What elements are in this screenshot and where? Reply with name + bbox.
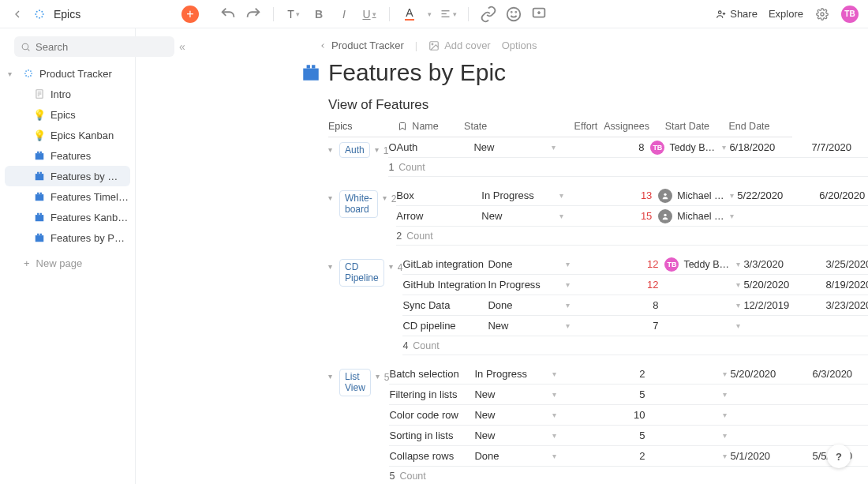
chevron-down-icon[interactable]: ▾ <box>722 143 726 152</box>
chevron-down-icon[interactable]: ▾ <box>552 143 556 152</box>
options-button[interactable]: Options <box>502 39 537 51</box>
table-row[interactable]: Color code rowNew▾10▾ <box>389 405 868 426</box>
view-title[interactable]: View of Features <box>136 97 868 113</box>
col-header-assignees[interactable]: Assignees <box>597 121 665 132</box>
settings-button[interactable] <box>814 6 830 22</box>
col-header-state[interactable]: State <box>464 121 574 132</box>
cell-effort[interactable]: 10 <box>616 409 645 421</box>
cell-start-date[interactable]: 12/2/2019 <box>743 299 825 311</box>
table-row[interactable]: OAuthNew▾8TBTeddy Bear▾6/18/20207/7/2020 <box>388 137 868 158</box>
table-row[interactable]: GitLab integrationDone▾12TBTeddy Bear▾3/… <box>402 254 868 275</box>
col-header-end[interactable]: End Date <box>728 121 792 132</box>
redo-button[interactable] <box>245 6 262 23</box>
chevron-down-icon[interactable]: ▾ <box>552 452 556 460</box>
group-collapse-toggle[interactable]: ▾ <box>328 142 336 154</box>
sidebar-item[interactable]: Features by People <box>0 227 135 248</box>
chevron-down-icon[interactable]: ▾ <box>552 411 556 419</box>
chevron-down-icon[interactable]: ▾ <box>723 452 727 460</box>
cell-name[interactable]: Arrow <box>396 210 481 222</box>
cell-effort[interactable]: 12 <box>630 279 658 291</box>
cell-effort[interactable]: 8 <box>615 141 644 153</box>
add-cover-button[interactable]: Add cover <box>428 39 491 51</box>
chevron-down-icon[interactable]: ▾ <box>723 390 727 399</box>
sidebar-item[interactable]: Features Timeline <box>0 186 135 207</box>
chevron-down-icon[interactable]: ▾ <box>730 212 734 220</box>
group-chip[interactable]: ListView <box>339 369 371 396</box>
table-row[interactable]: Sync DataDone▾8▾12/2/20193/23/2020 <box>402 295 868 316</box>
cell-assignees[interactable]: Michael Du…▾ <box>652 189 737 203</box>
cell-state[interactable]: New▾ <box>481 210 623 222</box>
cell-assignees[interactable]: ▾ <box>645 411 730 419</box>
cell-end-date[interactable]: 6/20/2020 <box>819 189 868 201</box>
cell-name[interactable]: Batch selection <box>389 368 474 380</box>
cell-name[interactable]: GitLab integration <box>402 258 488 270</box>
group-collapse-toggle[interactable]: ▾ <box>328 369 336 381</box>
cell-name[interactable]: Box <box>396 189 481 201</box>
cell-assignees[interactable]: ▾ <box>658 280 743 289</box>
cell-name[interactable]: Sync Data <box>402 299 488 311</box>
cell-effort[interactable]: 2 <box>616 368 645 380</box>
cell-end-date[interactable]: 3/25/2020 <box>825 258 868 270</box>
cell-assignees[interactable]: ▾ <box>645 452 730 460</box>
chevron-down-icon[interactable]: ▾ <box>559 191 563 200</box>
chevron-down-icon[interactable]: ▾ <box>552 431 556 440</box>
cell-assignees[interactable]: TBTeddy Bear▾ <box>658 257 743 272</box>
cell-state[interactable]: New▾ <box>474 388 616 400</box>
page-title[interactable]: Features by Epic <box>328 59 506 86</box>
sidebar-item[interactable]: Features Kanban <box>0 207 135 227</box>
chevron-down-icon[interactable]: ▾ <box>373 142 380 154</box>
cell-start-date[interactable]: 5/20/2020 <box>743 279 825 291</box>
chevron-down-icon[interactable]: ▾ <box>566 321 570 330</box>
cell-name[interactable]: Filtering in lists <box>389 388 474 400</box>
font-color-button[interactable]: A <box>401 6 418 23</box>
add-button[interactable]: + <box>181 6 199 23</box>
cell-effort[interactable]: 5 <box>616 388 645 400</box>
group-collapse-toggle[interactable]: ▾ <box>328 259 336 271</box>
cell-assignees[interactable]: ▾ <box>645 370 730 378</box>
table-row[interactable]: GitHub IntegrationIn Progress▾12▾5/20/20… <box>402 275 868 295</box>
breadcrumb-parent[interactable]: Product Tracker <box>319 39 404 51</box>
cell-state[interactable]: New▾ <box>474 409 616 421</box>
cell-state[interactable]: Done▾ <box>488 258 630 270</box>
text-style-button[interactable]: T▾ <box>285 6 302 23</box>
table-row[interactable]: Sorting in listsNew▾5▾ <box>389 426 868 446</box>
link-button[interactable] <box>480 6 497 23</box>
group-chip[interactable]: CDPipeline <box>339 259 384 287</box>
cell-assignees[interactable]: ▾ <box>658 321 743 330</box>
cell-assignees[interactable]: ▾ <box>645 431 730 440</box>
chevron-down-icon[interactable]: ▾ <box>428 10 432 18</box>
cell-assignees[interactable]: Michael Du…▾ <box>652 209 737 223</box>
cell-effort[interactable]: 5 <box>616 430 645 441</box>
sidebar-item[interactable]: Features by Epic <box>5 166 130 186</box>
table-row[interactable]: Filtering in listsNew▾5▾ <box>389 385 868 405</box>
bold-button[interactable]: B <box>310 6 327 23</box>
back-button[interactable] <box>9 6 25 22</box>
cell-start-date[interactable]: 6/18/2020 <box>729 141 811 153</box>
table-row[interactable]: ArrowNew▾15Michael Du…▾ <box>396 206 868 227</box>
chevron-down-icon[interactable]: ▾ <box>566 301 570 310</box>
cell-effort[interactable]: 12 <box>630 258 658 270</box>
group-collapse-toggle[interactable]: ▾ <box>328 190 336 202</box>
chevron-down-icon[interactable]: ▾ <box>736 301 740 310</box>
cell-end-date[interactable]: 8/19/2020 <box>825 279 868 291</box>
undo-button[interactable] <box>219 6 237 23</box>
explore-button[interactable]: Explore <box>769 8 803 20</box>
cell-assignees[interactable]: ▾ <box>658 301 743 310</box>
chevron-down-icon[interactable]: ▾ <box>723 411 727 419</box>
cell-effort[interactable]: 7 <box>630 320 658 332</box>
cell-state[interactable]: In Progress▾ <box>488 279 630 291</box>
help-button[interactable]: ? <box>827 445 851 468</box>
cell-effort[interactable]: 15 <box>623 210 652 222</box>
chevron-down-icon[interactable]: ▾ <box>374 369 381 381</box>
cell-effort[interactable]: 2 <box>616 450 645 462</box>
group-chip[interactable]: White-board <box>339 190 378 218</box>
cell-assignees[interactable]: TBTeddy Bear▾ <box>644 141 729 155</box>
sidebar-item[interactable]: 💡Epics Kanban <box>0 125 135 145</box>
cell-name[interactable]: Sorting in lists <box>389 430 474 441</box>
cell-state[interactable]: In Progress▾ <box>481 189 623 201</box>
cell-end-date[interactable]: 6/3/2020 <box>812 368 868 380</box>
emoji-button[interactable] <box>505 6 522 23</box>
table-row[interactable]: Batch selectionIn Progress▾2▾5/20/20206/… <box>389 364 868 385</box>
chevron-down-icon[interactable]: ▾ <box>552 370 556 378</box>
chevron-down-icon[interactable]: ▾ <box>736 321 740 330</box>
